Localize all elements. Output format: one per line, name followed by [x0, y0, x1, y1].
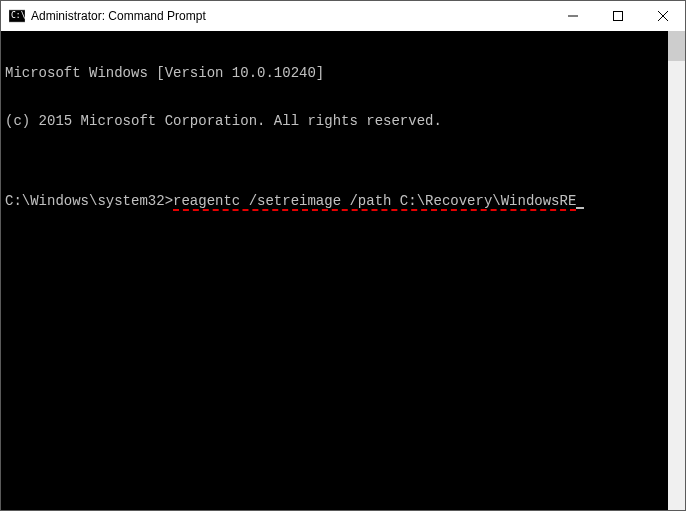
- terminal-output[interactable]: Microsoft Windows [Version 10.0.10240] (…: [1, 31, 668, 510]
- window-controls: [550, 1, 685, 31]
- window-title: Administrator: Command Prompt: [31, 9, 550, 23]
- close-button[interactable]: [640, 1, 685, 31]
- scroll-thumb[interactable]: [668, 31, 685, 61]
- version-line: Microsoft Windows [Version 10.0.10240]: [5, 65, 664, 81]
- terminal-area: Microsoft Windows [Version 10.0.10240] (…: [1, 31, 685, 510]
- cursor-icon: [576, 207, 584, 209]
- copyright-line: (c) 2015 Microsoft Corporation. All righ…: [5, 113, 664, 129]
- prompt-line: C:\Windows\system32>reagentc /setreimage…: [5, 193, 664, 210]
- command-prompt-window: C:\ Administrator: Command Prompt Micros…: [0, 0, 686, 511]
- app-icon: C:\: [9, 8, 25, 24]
- svg-text:C:\: C:\: [11, 11, 25, 20]
- maximize-button[interactable]: [595, 1, 640, 31]
- prompt-path: C:\Windows\system32>: [5, 193, 173, 209]
- typed-command: reagentc /setreimage /path C:\Recovery\W…: [173, 193, 576, 211]
- minimize-button[interactable]: [550, 1, 595, 31]
- svg-rect-3: [613, 12, 622, 21]
- titlebar[interactable]: C:\ Administrator: Command Prompt: [1, 1, 685, 31]
- vertical-scrollbar[interactable]: [668, 31, 685, 510]
